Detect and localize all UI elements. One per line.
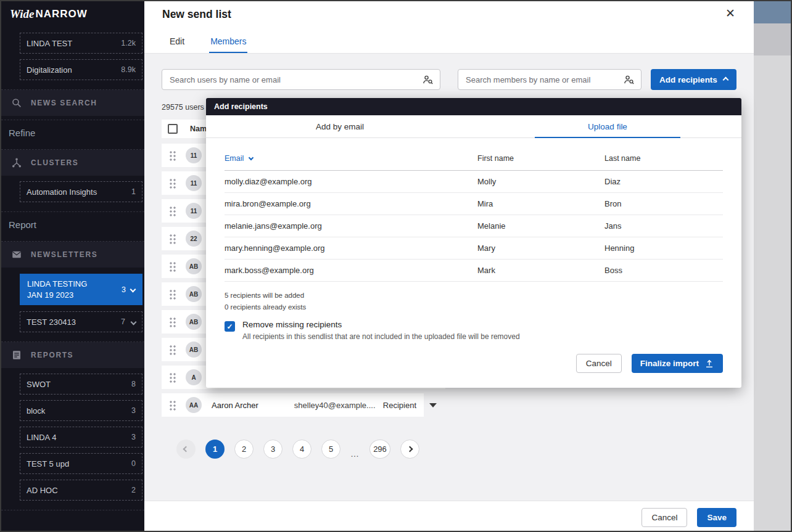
- drag-handle-icon[interactable]: [169, 317, 176, 327]
- role-dropdown-caret-icon[interactable]: [429, 403, 437, 407]
- remove-missing-checkbox[interactable]: ✓: [225, 321, 235, 332]
- sidebar-item-linda-test[interactable]: LINDA TEST 1.2k: [20, 33, 142, 54]
- recipient-last-name: Diaz: [604, 177, 723, 186]
- chevron-right-icon: [407, 446, 413, 452]
- add-recipients-button[interactable]: Add recipients: [651, 69, 736, 90]
- member-email: shelley40@example....: [294, 401, 373, 410]
- cancel-button[interactable]: Cancel: [641, 508, 687, 527]
- recipient-last-name: Boss: [604, 266, 723, 275]
- tab-add-by-email[interactable]: Add by email: [206, 115, 474, 137]
- item-label: TEST 230413: [27, 317, 76, 327]
- tab-upload-file[interactable]: Upload file: [474, 115, 741, 137]
- person-search-icon: [422, 74, 434, 86]
- tab-members[interactable]: Members: [209, 31, 247, 53]
- item-count: 2: [131, 486, 136, 494]
- recipient-email: molly.diaz@example.org: [225, 177, 477, 186]
- item-count: 7: [121, 317, 125, 326]
- sidebar-item-report-ad-hoc[interactable]: AD HOC 2: [20, 480, 142, 501]
- popup-tabbar: Add by email Upload file: [206, 115, 741, 138]
- sidebar-item-reports[interactable]: REPORTS: [1, 342, 144, 368]
- finalize-import-button[interactable]: Finalize import: [632, 354, 723, 373]
- search-members-box: [458, 69, 641, 90]
- news-search-block: NEWS SEARCH: [1, 90, 144, 120]
- popup-cancel-button[interactable]: Cancel: [576, 354, 622, 373]
- avatar: AB: [186, 286, 202, 302]
- avatar: AB: [186, 314, 202, 330]
- recipient-first-name: Mira: [477, 199, 604, 208]
- item-label: LINDA TESTING JAN 19 2023: [27, 279, 100, 300]
- drag-handle-icon[interactable]: [169, 289, 176, 300]
- refine-label: Refine: [1, 120, 144, 145]
- remove-missing-label: Remove missing recipients: [242, 320, 520, 329]
- column-email-sort[interactable]: Email: [225, 154, 477, 163]
- saved-searches-block: LINDA TEST 1.2k Digitalization 8.9k: [1, 33, 144, 90]
- sidebar-item-report-block[interactable]: block 3: [20, 400, 142, 421]
- item-label: AD HOC: [27, 486, 58, 495]
- sidebar-item-news-search[interactable]: NEWS SEARCH: [1, 90, 144, 116]
- add-recipients-popup: Add recipients Add by email Upload file …: [206, 98, 741, 388]
- avatar: 11: [186, 147, 202, 163]
- drag-handle-icon[interactable]: [169, 400, 176, 411]
- pagination-page-1[interactable]: 1: [205, 440, 225, 459]
- tab-edit[interactable]: Edit: [168, 31, 186, 53]
- upload-file-panel: Email First name Last name molly.diaz@ex…: [206, 138, 741, 388]
- recipient-first-name: Mary: [477, 243, 604, 253]
- modal-tabbar: Edit Members: [144, 31, 754, 54]
- sidebar-item-automation-insights[interactable]: Automation Insights 1: [20, 181, 142, 202]
- item-count: 8: [131, 380, 136, 388]
- drag-handle-icon[interactable]: [169, 150, 176, 161]
- close-icon[interactable]: ✕: [725, 7, 735, 19]
- drag-handle-icon[interactable]: [169, 372, 176, 383]
- section-label: NEWS SEARCH: [31, 99, 97, 107]
- recipient-row: melanie.jans@example.org Melanie Jans: [225, 215, 723, 237]
- sidebar-item-clusters[interactable]: CLUSTERS: [1, 150, 144, 176]
- avatar: 22: [186, 231, 202, 247]
- pagination-ellipsis: …: [350, 449, 360, 459]
- save-button[interactable]: Save: [697, 508, 736, 527]
- table-row-aaron-archer[interactable]: AA Aaron Archer shelley40@example.... Re…: [162, 393, 424, 417]
- search-members-input[interactable]: [458, 75, 623, 84]
- recipient-email: melanie.jans@example.org: [225, 221, 477, 231]
- drag-handle-icon[interactable]: [169, 234, 176, 244]
- remove-missing-block: ✓ Remove missing recipients All recipien…: [225, 320, 723, 342]
- popup-title: Add recipients: [206, 98, 741, 115]
- sidebar-item-report-test-5-upd[interactable]: TEST 5 upd 0: [20, 453, 142, 474]
- column-last-name: Last name: [604, 154, 723, 163]
- scrollbar-thumb[interactable]: [754, 23, 792, 55]
- avatar: AA: [186, 397, 202, 413]
- sidebar-item-digitalization[interactable]: Digitalization 8.9k: [20, 59, 142, 80]
- item-label: SWOT: [27, 380, 51, 389]
- search-users-input[interactable]: [162, 75, 422, 84]
- pagination-page-5[interactable]: 5: [321, 440, 340, 459]
- column-first-name: First name: [477, 154, 604, 163]
- pagination-prev-button[interactable]: [176, 440, 196, 459]
- sidebar-item-newsletter-linda-testing[interactable]: LINDA TESTING JAN 19 2023 3: [20, 274, 142, 305]
- pagination-page-4[interactable]: 4: [292, 440, 311, 459]
- member-role: Recipient: [383, 401, 416, 410]
- sidebar-item-report-swot[interactable]: SWOT 8: [20, 374, 142, 395]
- select-all-checkbox[interactable]: [168, 124, 178, 134]
- pagination-page-2[interactable]: 2: [234, 440, 254, 459]
- recipient-first-name: Mark: [477, 266, 604, 275]
- summary-added: 5 recipients will be added: [225, 292, 723, 299]
- refine-block: Refine: [1, 120, 144, 150]
- summary-exists: 0 recipients already exists: [225, 303, 723, 311]
- drag-handle-icon[interactable]: [169, 345, 176, 355]
- pagination-next-button[interactable]: [400, 440, 419, 459]
- newsletters-block: NEWSLETTERS LINDA TESTING JAN 19 2023 3 …: [1, 242, 144, 342]
- sidebar-item-report-linda-4[interactable]: LINDA 4 3: [20, 427, 142, 448]
- drag-handle-icon[interactable]: [169, 206, 176, 216]
- sidebar: Wide NARROW LINDA TEST 1.2k Digitalizati…: [1, 1, 144, 531]
- chevron-down-icon: [249, 155, 254, 160]
- sidebar-item-newsletters[interactable]: NEWSLETTERS: [1, 242, 144, 268]
- page-header-fragment: [754, 1, 792, 23]
- member-name: Aaron Archer: [212, 401, 284, 410]
- drag-handle-icon[interactable]: [169, 178, 176, 189]
- pagination-page-296[interactable]: 296: [369, 440, 390, 459]
- pagination-page-3[interactable]: 3: [263, 440, 283, 459]
- recipient-row: molly.diaz@example.org Molly Diaz: [225, 171, 723, 193]
- sidebar-item-newsletter-test-230413[interactable]: TEST 230413 7: [20, 311, 142, 332]
- chevron-down-icon: [130, 287, 136, 293]
- mail-icon: [11, 249, 22, 260]
- drag-handle-icon[interactable]: [169, 261, 176, 272]
